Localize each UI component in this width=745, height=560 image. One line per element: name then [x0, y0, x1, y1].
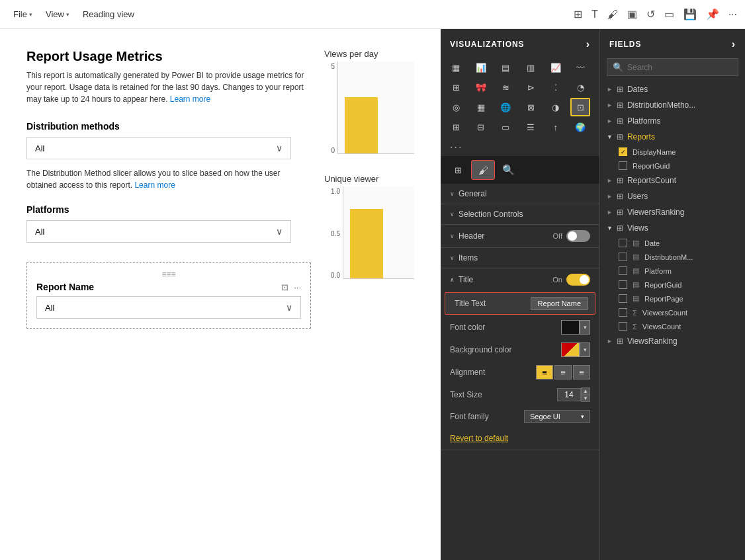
reportscount-group-header[interactable]: ► ⊞ ReportsCount: [600, 173, 745, 188]
size-down-arrow[interactable]: ▼: [581, 395, 590, 402]
reportguid-checkbox-2[interactable]: [619, 280, 627, 289]
share-icon[interactable]: ⊞: [574, 8, 582, 20]
font-color-btn[interactable]: ▾: [561, 320, 590, 335]
filter-icon[interactable]: ▣: [627, 8, 637, 20]
viz-area-icon[interactable]: 〰: [570, 58, 590, 77]
learn-more-link-1[interactable]: Learn more: [170, 95, 210, 104]
viz-matrix-icon[interactable]: ⊟: [471, 118, 491, 136]
bg-color-dropdown[interactable]: ▾: [580, 342, 590, 357]
platforms-group-header[interactable]: ► ⊞ Platforms: [600, 113, 745, 129]
search-box[interactable]: 🔍: [607, 58, 738, 76]
align-center-btn[interactable]: ≡: [554, 365, 572, 380]
dates-group-header[interactable]: ► ⊞ Dates: [600, 81, 745, 97]
viewscount-checkbox[interactable]: [619, 322, 627, 331]
align-left-btn[interactable]: ≡: [536, 365, 553, 380]
viz-stacked-col-icon[interactable]: ▥: [521, 58, 541, 77]
fmt-fields-icon[interactable]: ⊞: [446, 160, 470, 180]
page-icon[interactable]: ▭: [664, 8, 674, 20]
file-menu[interactable]: File ▾: [8, 7, 38, 22]
learn-more-link-2[interactable]: Learn more: [134, 180, 175, 190]
title-text-value[interactable]: Report Name: [531, 297, 588, 310]
field-item-date[interactable]: ▤ Date: [600, 236, 745, 250]
reportpage-checkbox[interactable]: [619, 294, 627, 303]
distribution-group-header[interactable]: ► ⊞ DistributionMetho...: [600, 97, 745, 113]
general-section-header[interactable]: ∨ General: [441, 184, 599, 204]
slicer-more-icon[interactable]: ···: [294, 282, 301, 292]
viz-panel-chevron[interactable]: ›: [586, 38, 590, 50]
more-icon[interactable]: ···: [728, 9, 737, 20]
viz-scatter-icon[interactable]: ⁚: [546, 78, 566, 97]
platform-checkbox[interactable]: [619, 266, 627, 275]
viz-waterfall-icon[interactable]: ≋: [496, 78, 515, 97]
pin-icon[interactable]: 📌: [706, 8, 719, 20]
title-section-header[interactable]: ∧ Title On: [441, 268, 599, 291]
viz-map-icon[interactable]: 🌐: [496, 98, 515, 116]
field-item-reportpage[interactable]: ▤ ReportPage: [600, 292, 745, 305]
date-checkbox[interactable]: [619, 239, 627, 247]
viz-kpi-icon[interactable]: ↑: [546, 118, 566, 136]
revert-link[interactable]: Revert to default: [441, 427, 599, 450]
viz-bar-icon[interactable]: ▦: [446, 58, 466, 77]
viz-donut-icon[interactable]: ◎: [446, 98, 466, 116]
text-icon[interactable]: T: [592, 9, 598, 20]
field-item-viewerscount[interactable]: Σ ViewersCount: [600, 305, 745, 319]
title-toggle[interactable]: [566, 274, 590, 286]
header-toggle[interactable]: [566, 230, 590, 242]
viz-globe-icon[interactable]: 🌍: [570, 118, 590, 136]
paint-icon[interactable]: 🖌: [607, 9, 618, 20]
slicer-dropdown[interactable]: All ∨: [36, 296, 301, 319]
viewerscount-checkbox[interactable]: [619, 308, 627, 317]
fields-panel-chevron[interactable]: ›: [732, 38, 736, 50]
field-item-platform[interactable]: ▤ Platform: [600, 264, 745, 278]
fmt-format-icon[interactable]: 🖌: [471, 160, 495, 180]
reports-group-header[interactable]: ▼ ⊞ Reports: [600, 129, 745, 145]
text-size-value[interactable]: 14: [557, 388, 581, 401]
viz-filled-map-icon[interactable]: ⊠: [521, 98, 541, 116]
distribution-dropdown[interactable]: All ∨: [26, 137, 291, 159]
slicer-expand-icon[interactable]: ⊡: [281, 282, 288, 292]
fmt-analytics-icon[interactable]: 🔍: [496, 160, 520, 180]
refresh-icon[interactable]: ↺: [646, 8, 655, 20]
bg-color-btn[interactable]: ▾: [561, 342, 590, 357]
viewersranking-group-header[interactable]: ► ⊞ ViewersRanking: [600, 204, 745, 220]
viz-table-icon[interactable]: ⊞: [446, 118, 466, 136]
reading-view-menu[interactable]: Reading view: [77, 7, 140, 22]
field-item-distributionm[interactable]: ▤ DistributionM...: [600, 250, 745, 264]
field-item-displayname[interactable]: DisplayName: [600, 145, 745, 159]
viewsranking-group-header[interactable]: ► ⊞ ViewsRanking: [600, 333, 745, 349]
font-color-dropdown[interactable]: ▾: [580, 320, 590, 335]
field-item-viewscount[interactable]: Σ ViewsCount: [600, 319, 745, 333]
viz-stacked-bar-icon[interactable]: ▤: [496, 58, 515, 77]
align-right-btn[interactable]: ≡: [573, 365, 590, 380]
header-section-header[interactable]: ∨ Header Off: [441, 225, 599, 247]
field-item-reportguid-1[interactable]: ReportGuid: [600, 159, 745, 173]
viz-more-dots[interactable]: ···: [441, 139, 599, 156]
selection-controls-header[interactable]: ∨ Selection Controls: [441, 204, 599, 224]
users-group-header[interactable]: ► ⊞ Users: [600, 188, 745, 204]
reportguid-checkbox-1[interactable]: [619, 161, 627, 170]
search-input[interactable]: [627, 63, 732, 72]
viz-column-icon[interactable]: 📊: [471, 58, 491, 77]
viz-pie-icon[interactable]: ◔: [570, 78, 590, 97]
size-up-arrow[interactable]: ▲: [581, 387, 590, 395]
viz-multirow-icon[interactable]: ☰: [521, 118, 541, 136]
font-family-select[interactable]: Segoe UI ▾: [524, 410, 590, 423]
save-icon[interactable]: 💾: [683, 8, 697, 20]
view-menu[interactable]: View ▾: [40, 7, 75, 22]
field-item-reportguid-2[interactable]: ▤ ReportGuid: [600, 278, 745, 292]
items-section-header[interactable]: ∨ Items: [441, 248, 599, 268]
viz-slicer-icon[interactable]: ⊡: [570, 98, 590, 116]
platforms-dropdown[interactable]: All ∨: [26, 220, 291, 243]
viz-treemap-icon[interactable]: ▦: [471, 98, 491, 116]
bg-color-swatch[interactable]: [561, 342, 580, 357]
views-group-header[interactable]: ▼ ⊞ Views: [600, 220, 745, 236]
viz-funnel-icon[interactable]: ⊳: [521, 78, 541, 97]
distributionm-checkbox[interactable]: [619, 253, 627, 261]
viz-card-icon[interactable]: ▭: [496, 118, 515, 136]
viz-gauge-icon[interactable]: ◑: [546, 98, 566, 116]
viz-ribbon-icon[interactable]: 🎀: [471, 78, 491, 97]
font-color-swatch[interactable]: [561, 320, 580, 335]
viz-line-icon[interactable]: 📈: [546, 58, 566, 77]
viz-combo-icon[interactable]: ⊞: [446, 78, 466, 97]
displayname-checkbox[interactable]: [619, 147, 627, 156]
